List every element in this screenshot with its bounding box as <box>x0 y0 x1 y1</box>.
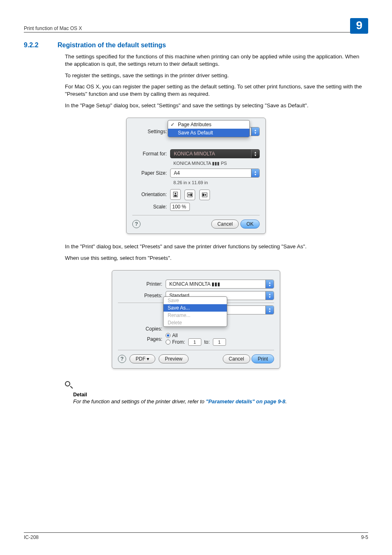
to-input[interactable]: 1 <box>213 338 226 346</box>
orientation-landscape-right-button[interactable] <box>199 190 210 200</box>
pages-range-radio[interactable] <box>166 340 171 345</box>
menu-item-page-attributes[interactable]: Page Attributes <box>168 120 249 129</box>
paragraph: When use this setting, select from "Pres… <box>65 254 367 262</box>
svg-point-4 <box>188 194 190 196</box>
print-button[interactable]: Print <box>251 354 274 363</box>
orientation-portrait-button[interactable] <box>170 189 181 200</box>
menu-item-save-as-default[interactable]: Save As Default <box>168 129 249 137</box>
paper-size-label: Paper Size: <box>132 170 170 176</box>
scale-label: Scale: <box>132 204 170 210</box>
from-label: From: <box>172 339 185 345</box>
copies-label: Copies: <box>118 326 166 332</box>
paragraph: In the "Print" dialog box, select "Prese… <box>65 243 367 250</box>
help-icon[interactable]: ? <box>132 220 141 228</box>
paper-size-select[interactable]: A4 <box>170 169 260 178</box>
detail-heading: Detail <box>73 392 368 398</box>
printer-value: KONICA MINOLTA ▮▮▮ <box>169 281 220 287</box>
paragraph: For Mac OS X, you can register the paper… <box>65 83 367 98</box>
chevron-updown-icon <box>251 169 259 177</box>
cancel-button[interactable]: Cancel <box>211 220 239 229</box>
paragraph: The settings specified for the functions… <box>65 53 367 68</box>
ok-button[interactable]: OK <box>240 220 260 229</box>
chevron-updown-icon <box>265 280 274 288</box>
pages-all-radio[interactable] <box>166 333 171 338</box>
chevron-updown-icon <box>251 127 259 136</box>
svg-rect-8 <box>203 194 204 196</box>
scale-input[interactable]: 100 % <box>170 203 190 211</box>
menu-item-save-as[interactable]: Save As... <box>164 304 227 312</box>
orientation-label: Orientation: <box>132 192 170 197</box>
pages-all-label: All <box>172 333 178 338</box>
orientation-landscape-left-button[interactable] <box>184 190 195 200</box>
format-for-subtext: KONICA MINOLTA ▮▮▮ PS <box>132 161 260 166</box>
page-setup-dialog: Settings: Page Attributes Save As Defaul… <box>126 118 266 234</box>
presets-label: Presets: <box>118 293 166 298</box>
help-icon[interactable]: ? <box>118 355 126 363</box>
presets-dropdown-menu: Save Save As... Rename... Delete <box>163 296 227 327</box>
menu-item-delete[interactable]: Delete <box>164 319 227 326</box>
from-input[interactable]: 1 <box>188 338 201 346</box>
format-for-select[interactable]: KONICA MINOLTA <box>170 149 260 158</box>
preview-button[interactable]: Preview <box>159 354 189 363</box>
svg-rect-2 <box>174 195 177 197</box>
section-number: 9.2.2 <box>24 42 47 49</box>
printer-label: Printer: <box>118 281 166 287</box>
cancel-button[interactable]: Cancel <box>223 354 250 363</box>
chevron-updown-icon <box>251 150 259 158</box>
chevron-updown-icon <box>265 306 274 314</box>
detail-text: For the function and settings of the pri… <box>73 398 368 405</box>
paper-size-subtext: 8.26 in x 11.69 in <box>132 180 260 185</box>
footer-right: 9-5 <box>361 534 368 540</box>
magnifier-icon <box>65 381 73 389</box>
print-dialog: Printer: KONICA MINOLTA ▮▮▮ Presets: Sta… <box>112 270 280 369</box>
svg-rect-5 <box>190 194 192 196</box>
svg-point-1 <box>175 193 176 194</box>
section-title: Registration of the default settings <box>58 42 166 49</box>
printer-select[interactable]: KONICA MINOLTA ▮▮▮ <box>166 280 274 289</box>
settings-label: Settings: <box>132 129 170 134</box>
chapter-number-badge: 9 <box>350 18 368 34</box>
paper-size-value: A4 <box>174 170 180 176</box>
menu-item-save[interactable]: Save <box>164 297 227 304</box>
cross-ref-link[interactable]: "Parameter details" on page 9-8 <box>206 398 286 405</box>
menu-item-rename[interactable]: Rename... <box>164 312 227 319</box>
format-for-label: Format for: <box>132 151 170 157</box>
footer-left: IC-208 <box>24 534 39 540</box>
pages-label: Pages: <box>118 336 166 342</box>
running-head-text: Print function of Mac OS X <box>24 25 82 31</box>
to-label: to: <box>204 339 210 345</box>
paragraph: To register the settings, save the setti… <box>65 72 367 79</box>
chevron-updown-icon <box>265 291 274 300</box>
settings-dropdown-menu: Page Attributes Save As Default <box>168 120 250 137</box>
paragraph: In the "Page Setup" dialog box, select "… <box>65 102 367 109</box>
svg-point-7 <box>205 194 206 196</box>
pdf-menu-button[interactable]: PDF ▾ <box>129 354 155 363</box>
